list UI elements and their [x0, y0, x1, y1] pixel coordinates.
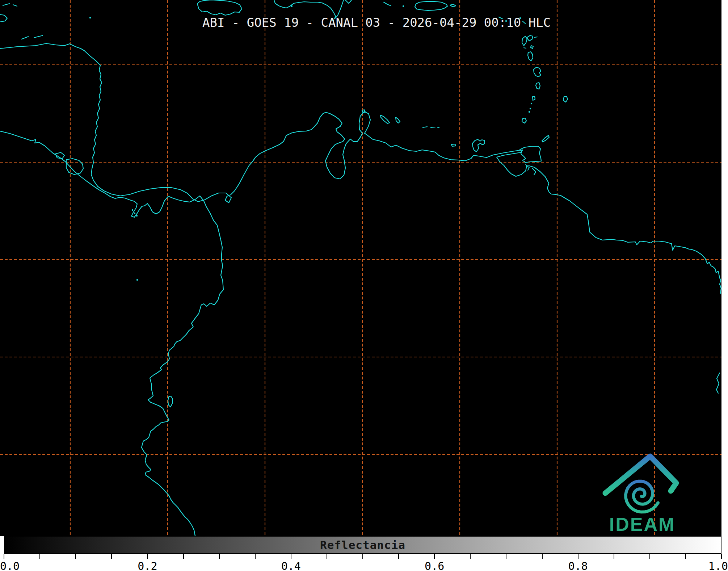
map-title: ABI - GOES 19 - CANAL 03 - 2026-04-29 00… — [202, 15, 551, 30]
ideam-logo — [605, 456, 676, 512]
colorbar-tick-label: 0.4 — [281, 560, 301, 571]
colorbar-tick — [721, 554, 722, 559]
colorbar-tick — [111, 554, 112, 559]
colorbar-tick — [398, 554, 399, 559]
colorbar-tick — [578, 554, 578, 559]
coastline-layer — [0, 0, 721, 536]
map-layers — [0, 0, 721, 536]
colorbar-tick — [542, 554, 543, 559]
graticule-gridlines — [0, 0, 721, 536]
colorbar-tick — [685, 554, 686, 559]
colorbar-tick — [362, 554, 363, 559]
colorbar-tick-label: 0.6 — [425, 560, 444, 571]
colorbar-tick — [327, 554, 327, 559]
colorbar-tick — [219, 554, 220, 559]
colorbar-tick — [649, 554, 650, 559]
colorbar-tick — [255, 554, 256, 559]
colorbar-tick — [4, 554, 4, 559]
logo-wordmark: IDEAM — [604, 513, 681, 535]
colorbar-tick — [614, 554, 614, 559]
colorbar-tick-label: 0.0 — [0, 560, 20, 571]
colorbar-tick-label: 1.0 — [708, 560, 728, 571]
colorbar-tick — [39, 554, 40, 559]
colorbar-axis: 0.00.20.40.60.81.0 — [4, 554, 721, 571]
colorbar-label: Reflectancia — [5, 537, 721, 553]
satellite-map-canvas: ABI - GOES 19 - CANAL 03 - 2026-04-29 00… — [0, 0, 721, 536]
colorbar-tick — [183, 554, 184, 559]
colorbar-tick — [506, 554, 506, 559]
colorbar-tick — [75, 554, 76, 559]
colorbar-tick-label: 0.8 — [568, 560, 588, 571]
colorbar-tick — [147, 554, 148, 559]
colorbar-tick-label: 0.2 — [138, 560, 157, 571]
colorbar-tick — [291, 554, 291, 559]
colorbar-tick — [434, 554, 435, 559]
reflectance-colorbar: Reflectancia — [4, 536, 721, 554]
colorbar-tick — [470, 554, 471, 559]
